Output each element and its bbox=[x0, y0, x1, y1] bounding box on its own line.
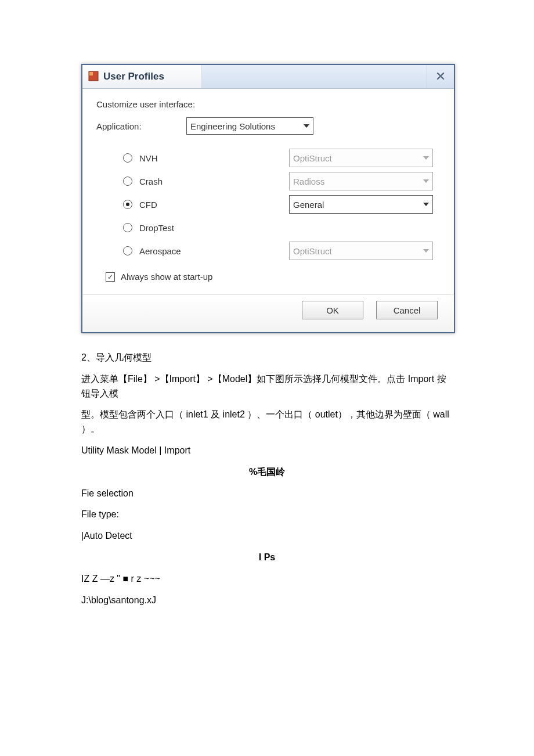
doc-paragraph: |Auto Detect bbox=[81, 529, 453, 543]
radio-crash[interactable]: Crash bbox=[123, 170, 268, 193]
application-dropdown[interactable]: Engineering Solutions bbox=[186, 117, 313, 135]
application-label: Application: bbox=[96, 121, 186, 131]
dialog-body: Customize user interface: Application: E… bbox=[82, 89, 454, 294]
nvh-dropdown[interactable]: OptiStruct bbox=[289, 149, 433, 167]
radio-icon bbox=[123, 177, 132, 186]
radio-droptest[interactable]: DropTest bbox=[123, 216, 268, 239]
dialog-title: User Profiles bbox=[103, 71, 164, 82]
user-profiles-dialog: User Profiles Customize user interface: … bbox=[81, 64, 455, 333]
titlebar-spacer bbox=[202, 65, 427, 88]
always-show-checkbox[interactable]: ✓ Always show at start-up bbox=[106, 272, 440, 282]
close-button[interactable] bbox=[427, 65, 454, 88]
dialog-title-left: User Profiles bbox=[82, 65, 202, 88]
chevron-down-icon bbox=[304, 124, 309, 128]
aerospace-dropdown[interactable]: OptiStruct bbox=[289, 242, 433, 260]
radio-group: NVH Crash CFD DropTest bbox=[123, 146, 440, 262]
close-icon bbox=[436, 71, 445, 83]
doc-paragraph: File type: bbox=[81, 507, 453, 522]
doc-paragraph: 进入菜单【File】 >【Import】 >【Model】如下图所示选择几何模型… bbox=[81, 372, 453, 401]
chevron-down-icon bbox=[423, 203, 429, 206]
radio-icon bbox=[123, 200, 132, 209]
dropdown-value: Radioss bbox=[293, 177, 324, 186]
radio-label: DropTest bbox=[139, 223, 174, 233]
doc-paragraph: Fie selection bbox=[81, 487, 453, 501]
radio-icon bbox=[123, 153, 132, 163]
button-label: Cancel bbox=[394, 305, 421, 315]
radio-icon bbox=[123, 246, 132, 255]
dropdown-value: OptiStruct bbox=[293, 153, 332, 163]
dropdown-value: OptiStruct bbox=[293, 246, 332, 256]
checkbox-label: Always show at start-up bbox=[121, 272, 212, 282]
doc-heading: I Ps bbox=[81, 550, 453, 565]
ok-button[interactable]: OK bbox=[302, 301, 363, 319]
app-icon bbox=[88, 71, 99, 83]
doc-paragraph: J:\blog\santong.xJ bbox=[81, 593, 453, 608]
cfd-dropdown[interactable]: General bbox=[289, 195, 433, 214]
radio-cfd[interactable]: CFD bbox=[123, 193, 268, 216]
radio-icon bbox=[123, 223, 132, 232]
radio-label: Crash bbox=[139, 177, 163, 186]
radio-label: Aerospace bbox=[139, 246, 181, 256]
radio-aerospace[interactable]: Aerospace bbox=[123, 239, 268, 262]
cancel-button[interactable]: Cancel bbox=[376, 301, 438, 319]
radio-label: NVH bbox=[139, 153, 158, 163]
document-body: 2、导入几何模型 进入菜单【File】 >【Import】 >【Model】如下… bbox=[81, 351, 453, 607]
doc-paragraph: IZ Z —z " ■ r z ~~~ bbox=[81, 572, 453, 586]
chevron-down-icon bbox=[423, 249, 429, 253]
svg-rect-1 bbox=[89, 72, 93, 75]
chevron-down-icon bbox=[423, 179, 429, 183]
button-label: OK bbox=[326, 305, 339, 315]
dialog-button-row: OK Cancel www hdocx com bbox=[82, 294, 454, 332]
customize-label: Customize user interface: bbox=[96, 99, 440, 109]
dropdown-value: General bbox=[293, 200, 324, 210]
doc-paragraph: 2、导入几何模型 bbox=[81, 351, 453, 365]
checkbox-icon: ✓ bbox=[106, 272, 115, 282]
crash-dropdown[interactable]: Radioss bbox=[289, 172, 433, 190]
doc-heading: %毛国岭 bbox=[81, 465, 453, 480]
radio-label: CFD bbox=[139, 200, 157, 210]
doc-paragraph: Utility Mask Model | Import bbox=[81, 444, 453, 458]
dialog-titlebar: User Profiles bbox=[82, 65, 454, 89]
chevron-down-icon bbox=[423, 156, 429, 160]
application-value: Engineering Solutions bbox=[190, 121, 275, 131]
radio-nvh[interactable]: NVH bbox=[123, 146, 268, 170]
doc-paragraph: 型。模型包含两个入口（ inlet1 及 inlet2 ）、一个出口（ outl… bbox=[81, 408, 453, 437]
